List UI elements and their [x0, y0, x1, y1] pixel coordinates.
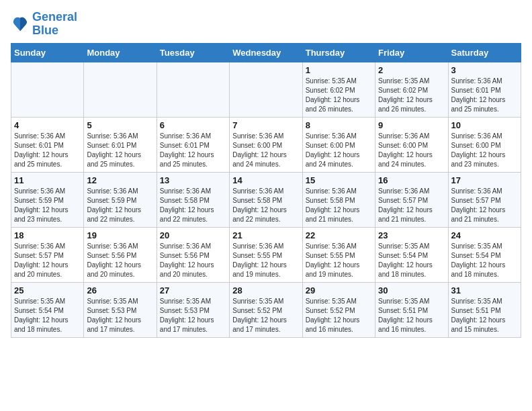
calendar-cell: 8Sunrise: 5:36 AM Sunset: 6:00 PM Daylig… — [302, 117, 375, 172]
calendar-week-row: 18Sunrise: 5:36 AM Sunset: 5:57 PM Dayli… — [11, 227, 521, 282]
calendar-cell: 23Sunrise: 5:35 AM Sunset: 5:54 PM Dayli… — [375, 227, 448, 282]
day-info: Sunrise: 5:36 AM Sunset: 5:55 PM Dayligh… — [232, 242, 299, 279]
calendar-week-row: 4Sunrise: 5:36 AM Sunset: 6:01 PM Daylig… — [11, 117, 521, 172]
calendar-cell: 31Sunrise: 5:35 AM Sunset: 5:51 PM Dayli… — [448, 282, 521, 337]
day-info: Sunrise: 5:35 AM Sunset: 6:02 PM Dayligh… — [378, 77, 445, 114]
header-friday: Friday — [375, 43, 448, 62]
day-info: Sunrise: 5:35 AM Sunset: 5:51 PM Dayligh… — [378, 297, 445, 334]
day-number: 17 — [451, 175, 518, 185]
day-info: Sunrise: 5:36 AM Sunset: 6:01 PM Dayligh… — [160, 132, 226, 169]
day-info: Sunrise: 5:36 AM Sunset: 5:57 PM Dayligh… — [451, 187, 518, 224]
day-info: Sunrise: 5:36 AM Sunset: 5:58 PM Dayligh… — [306, 187, 372, 224]
day-info: Sunrise: 5:35 AM Sunset: 5:52 PM Dayligh… — [232, 297, 299, 334]
day-number: 15 — [306, 175, 372, 185]
calendar-cell — [11, 62, 84, 117]
day-info: Sunrise: 5:36 AM Sunset: 5:56 PM Dayligh… — [87, 242, 153, 279]
day-number: 14 — [232, 175, 299, 185]
day-number: 28 — [232, 285, 299, 295]
day-number: 11 — [14, 175, 81, 185]
day-info: Sunrise: 5:35 AM Sunset: 6:02 PM Dayligh… — [306, 77, 372, 114]
calendar-cell: 12Sunrise: 5:36 AM Sunset: 5:59 PM Dayli… — [84, 172, 157, 227]
day-info: Sunrise: 5:36 AM Sunset: 6:00 PM Dayligh… — [378, 132, 445, 169]
calendar-week-row: 1Sunrise: 5:35 AM Sunset: 6:02 PM Daylig… — [11, 62, 521, 117]
calendar-cell: 11Sunrise: 5:36 AM Sunset: 5:59 PM Dayli… — [11, 172, 84, 227]
calendar-cell: 27Sunrise: 5:35 AM Sunset: 5:53 PM Dayli… — [157, 282, 229, 337]
day-info: Sunrise: 5:36 AM Sunset: 6:00 PM Dayligh… — [306, 132, 372, 169]
day-number: 25 — [14, 285, 81, 295]
calendar-cell: 13Sunrise: 5:36 AM Sunset: 5:58 PM Dayli… — [157, 172, 229, 227]
day-info: Sunrise: 5:35 AM Sunset: 5:54 PM Dayligh… — [14, 297, 81, 334]
day-info: Sunrise: 5:36 AM Sunset: 5:57 PM Dayligh… — [378, 187, 445, 224]
day-number: 31 — [451, 285, 518, 295]
calendar-header-row: SundayMondayTuesdayWednesdayThursdayFrid… — [11, 43, 521, 62]
header-sunday: Sunday — [11, 43, 84, 62]
day-info: Sunrise: 5:36 AM Sunset: 5:56 PM Dayligh… — [160, 242, 226, 279]
day-number: 24 — [451, 230, 518, 240]
day-number: 6 — [160, 120, 226, 130]
calendar-cell: 7Sunrise: 5:36 AM Sunset: 6:00 PM Daylig… — [230, 117, 302, 172]
logo-text: General Blue — [32, 11, 77, 38]
day-info: Sunrise: 5:35 AM Sunset: 5:53 PM Dayligh… — [87, 297, 153, 334]
day-number: 7 — [232, 120, 299, 130]
header-saturday: Saturday — [448, 43, 521, 62]
calendar-cell: 9Sunrise: 5:36 AM Sunset: 6:00 PM Daylig… — [375, 117, 448, 172]
day-info: Sunrise: 5:36 AM Sunset: 5:55 PM Dayligh… — [306, 242, 372, 279]
calendar-cell: 26Sunrise: 5:35 AM Sunset: 5:53 PM Dayli… — [84, 282, 157, 337]
calendar-cell: 24Sunrise: 5:35 AM Sunset: 5:54 PM Dayli… — [448, 227, 521, 282]
calendar-cell: 18Sunrise: 5:36 AM Sunset: 5:57 PM Dayli… — [11, 227, 84, 282]
day-number: 27 — [160, 285, 226, 295]
calendar-week-row: 25Sunrise: 5:35 AM Sunset: 5:54 PM Dayli… — [11, 282, 521, 337]
calendar-cell: 19Sunrise: 5:36 AM Sunset: 5:56 PM Dayli… — [84, 227, 157, 282]
calendar-cell: 20Sunrise: 5:36 AM Sunset: 5:56 PM Dayli… — [157, 227, 229, 282]
day-number: 5 — [87, 120, 153, 130]
day-number: 26 — [87, 285, 153, 295]
calendar-cell — [230, 62, 302, 117]
calendar-cell: 28Sunrise: 5:35 AM Sunset: 5:52 PM Dayli… — [230, 282, 302, 337]
day-number: 16 — [378, 175, 445, 185]
day-number: 13 — [160, 175, 226, 185]
calendar-cell: 5Sunrise: 5:36 AM Sunset: 6:01 PM Daylig… — [84, 117, 157, 172]
day-number: 29 — [306, 285, 372, 295]
day-info: Sunrise: 5:36 AM Sunset: 6:00 PM Dayligh… — [232, 132, 299, 169]
day-info: Sunrise: 5:36 AM Sunset: 5:58 PM Dayligh… — [232, 187, 299, 224]
calendar-cell — [157, 62, 229, 117]
day-number: 4 — [14, 120, 81, 130]
day-info: Sunrise: 5:35 AM Sunset: 5:53 PM Dayligh… — [160, 297, 226, 334]
calendar-cell: 25Sunrise: 5:35 AM Sunset: 5:54 PM Dayli… — [11, 282, 84, 337]
logo: General Blue — [11, 11, 77, 38]
day-info: Sunrise: 5:36 AM Sunset: 5:59 PM Dayligh… — [14, 187, 81, 224]
day-number: 8 — [306, 120, 372, 130]
day-number: 30 — [378, 285, 445, 295]
calendar-cell: 1Sunrise: 5:35 AM Sunset: 6:02 PM Daylig… — [302, 62, 375, 117]
calendar-cell: 10Sunrise: 5:36 AM Sunset: 6:00 PM Dayli… — [448, 117, 521, 172]
calendar-cell: 3Sunrise: 5:36 AM Sunset: 6:01 PM Daylig… — [448, 62, 521, 117]
day-info: Sunrise: 5:35 AM Sunset: 5:51 PM Dayligh… — [451, 297, 518, 334]
calendar-table: SundayMondayTuesdayWednesdayThursdayFrid… — [11, 43, 521, 338]
calendar-cell: 14Sunrise: 5:36 AM Sunset: 5:58 PM Dayli… — [230, 172, 302, 227]
calendar-cell: 4Sunrise: 5:36 AM Sunset: 6:01 PM Daylig… — [11, 117, 84, 172]
day-info: Sunrise: 5:36 AM Sunset: 5:57 PM Dayligh… — [14, 242, 81, 279]
calendar-cell: 21Sunrise: 5:36 AM Sunset: 5:55 PM Dayli… — [230, 227, 302, 282]
header-monday: Monday — [84, 43, 157, 62]
day-number: 12 — [87, 175, 153, 185]
day-number: 2 — [378, 65, 445, 75]
day-info: Sunrise: 5:36 AM Sunset: 6:01 PM Dayligh… — [14, 132, 81, 169]
calendar-cell: 29Sunrise: 5:35 AM Sunset: 5:52 PM Dayli… — [302, 282, 375, 337]
day-number: 21 — [232, 230, 299, 240]
calendar-cell: 16Sunrise: 5:36 AM Sunset: 5:57 PM Dayli… — [375, 172, 448, 227]
day-number: 19 — [87, 230, 153, 240]
calendar-cell: 30Sunrise: 5:35 AM Sunset: 5:51 PM Dayli… — [375, 282, 448, 337]
day-info: Sunrise: 5:35 AM Sunset: 5:52 PM Dayligh… — [306, 297, 372, 334]
day-info: Sunrise: 5:36 AM Sunset: 6:00 PM Dayligh… — [451, 132, 518, 169]
logo-icon — [11, 15, 30, 34]
day-number: 10 — [451, 120, 518, 130]
day-number: 1 — [306, 65, 372, 75]
page-header: General Blue — [11, 11, 521, 38]
calendar-cell: 2Sunrise: 5:35 AM Sunset: 6:02 PM Daylig… — [375, 62, 448, 117]
header-tuesday: Tuesday — [157, 43, 229, 62]
header-wednesday: Wednesday — [230, 43, 302, 62]
day-number: 23 — [378, 230, 445, 240]
day-info: Sunrise: 5:35 AM Sunset: 5:54 PM Dayligh… — [451, 242, 518, 279]
day-number: 22 — [306, 230, 372, 240]
header-thursday: Thursday — [302, 43, 375, 62]
